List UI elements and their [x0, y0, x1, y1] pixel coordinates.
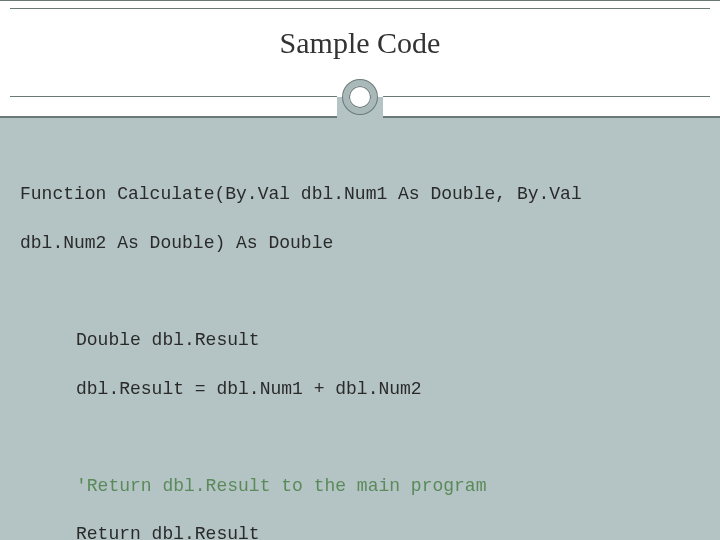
code-blank: [20, 279, 700, 303]
slide: Sample Code Function Calculate(By.Val db…: [0, 0, 720, 540]
code-line: Return dbl.Result: [20, 522, 700, 540]
code-blank: [20, 425, 700, 449]
code-line: dbl.Result = dbl.Num1 + dbl.Num2: [20, 377, 700, 401]
code-comment: 'Return dbl.Result to the main program: [20, 474, 700, 498]
header-top-rule: [10, 8, 710, 9]
code-line: Double dbl.Result: [20, 328, 700, 352]
code-line: Function Calculate(By.Val dbl.Num1 As Do…: [20, 182, 700, 206]
code-block: Function Calculate(By.Val dbl.Num1 As Do…: [20, 158, 700, 540]
circle-ornament-icon: [343, 80, 377, 114]
slide-title: Sample Code: [0, 26, 720, 60]
code-line: dbl.Num2 As Double) As Double: [20, 231, 700, 255]
